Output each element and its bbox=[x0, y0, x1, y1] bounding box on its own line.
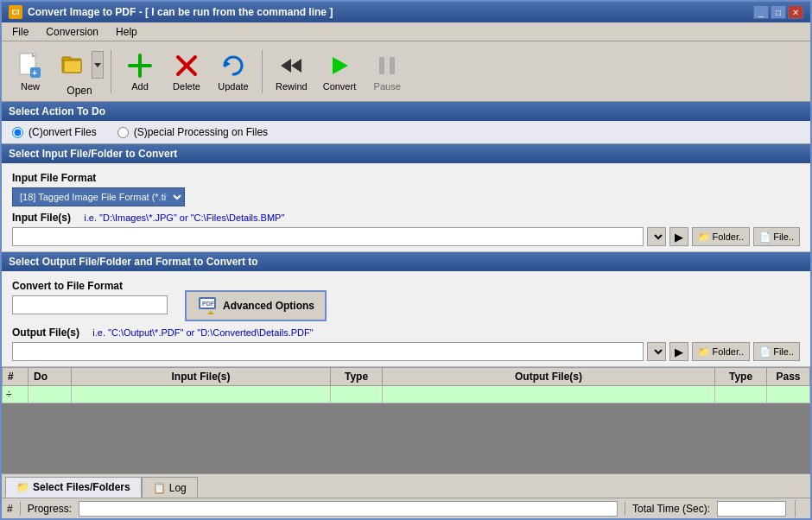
cell-input bbox=[72, 386, 331, 403]
status-resize-grip bbox=[795, 500, 805, 517]
new-icon: + bbox=[16, 52, 44, 79]
status-total-time-label: Total Time (Sec): bbox=[632, 503, 710, 515]
rewind-icon bbox=[277, 52, 305, 79]
input-files-hint: i.e. "D:\Images\*.JPG" or "C:\Files\Deta… bbox=[84, 212, 284, 223]
output-files-label: Output File(s) i.e. "C:\Output\*.PDF" or… bbox=[12, 327, 800, 339]
open-icon bbox=[60, 51, 87, 79]
rewind-button[interactable]: Rewind bbox=[270, 48, 314, 96]
input-section: Select Input File/Folder to Convert Inpu… bbox=[2, 144, 810, 252]
table-header-row: # Do Input File(s) Type Output File(s) T… bbox=[3, 368, 810, 386]
cell-type-out bbox=[715, 386, 767, 403]
file-table-area: # Do Input File(s) Type Output File(s) T… bbox=[2, 367, 810, 473]
status-total-time-input[interactable] bbox=[717, 501, 786, 517]
pause-label: Pause bbox=[374, 81, 401, 92]
delete-icon bbox=[173, 52, 200, 79]
log-tab-icon: 📋 bbox=[153, 482, 166, 494]
output-files-dropdown[interactable] bbox=[647, 342, 666, 361]
output-section-body: Convert to File Format [100] Adobe (PDF)… bbox=[2, 271, 810, 367]
col-num: # bbox=[3, 368, 29, 386]
output-file-button[interactable]: 📄 File.. bbox=[753, 342, 800, 361]
convert-icon bbox=[326, 52, 353, 79]
input-files-dropdown[interactable] bbox=[647, 227, 666, 246]
input-format-select[interactable]: [18] Tagged Image File Format (*.tif) BM… bbox=[12, 187, 185, 206]
input-files-label: Input File(s) i.e. "D:\Images\*.JPG" or … bbox=[12, 212, 800, 224]
input-file-button[interactable]: 📄 File.. bbox=[753, 227, 800, 246]
output-files-field[interactable] bbox=[12, 342, 644, 361]
cell-pass bbox=[767, 386, 810, 403]
special-processing-label: (S)pecial Processing on Files bbox=[134, 126, 268, 138]
output-format-group: Convert to File Format [100] Adobe (PDF)… bbox=[12, 276, 168, 314]
status-sep-1 bbox=[20, 502, 21, 516]
tab-select-files[interactable]: 📁 Select Files/Folders bbox=[5, 477, 142, 498]
output-file-icon: 📄 bbox=[759, 346, 771, 358]
advanced-options-label: Advanced Options bbox=[223, 300, 314, 312]
convert-button[interactable]: Convert bbox=[317, 48, 363, 96]
maximize-button[interactable]: □ bbox=[771, 5, 786, 19]
menu-file[interactable]: File bbox=[5, 24, 35, 40]
svg-marker-13 bbox=[225, 60, 231, 67]
output-folder-button[interactable]: 📁 Folder.. bbox=[692, 342, 750, 361]
open-btn-row bbox=[55, 47, 104, 83]
convert-files-option[interactable]: (C)onvert Files bbox=[12, 126, 97, 138]
svg-text:PDF: PDF bbox=[202, 301, 215, 307]
output-files-row: ▶ 📁 Folder.. 📄 File.. bbox=[12, 342, 800, 361]
update-button[interactable]: Update bbox=[212, 48, 255, 96]
col-input: Input File(s) bbox=[72, 368, 331, 386]
status-progress-input[interactable] bbox=[79, 501, 618, 517]
svg-marker-8 bbox=[94, 63, 101, 67]
select-action-header: Select Action To Do bbox=[2, 102, 810, 121]
add-button[interactable]: Add bbox=[118, 48, 162, 96]
input-section-header: Select Input File/Folder to Convert bbox=[2, 144, 810, 163]
col-type-in: Type bbox=[331, 368, 383, 386]
input-files-play-btn[interactable]: ▶ bbox=[669, 227, 688, 246]
table-wrapper: # Do Input File(s) Type Output File(s) T… bbox=[2, 367, 810, 403]
menu-conversion[interactable]: Conversion bbox=[39, 24, 105, 40]
special-processing-option[interactable]: (S)pecial Processing on Files bbox=[117, 126, 268, 138]
input-files-field[interactable] bbox=[12, 227, 644, 246]
convert-files-radio[interactable] bbox=[12, 127, 23, 138]
special-processing-radio[interactable] bbox=[117, 127, 129, 138]
new-button[interactable]: + New bbox=[9, 48, 52, 96]
input-section-body: Input File Format [18] Tagged Image File… bbox=[2, 163, 810, 252]
pause-button[interactable]: Pause bbox=[365, 48, 409, 96]
output-format-select[interactable]: [100] Adobe (PDF) [101] PostScript (PS) … bbox=[12, 295, 168, 314]
output-format-label: Convert to File Format bbox=[12, 280, 168, 292]
tab-log[interactable]: 📋 Log bbox=[142, 477, 198, 498]
output-top: Convert to File Format [100] Adobe (PDF)… bbox=[12, 276, 800, 321]
content-area: Select Action To Do (C)onvert Files (S)p… bbox=[2, 102, 810, 473]
delete-label: Delete bbox=[173, 81, 200, 92]
toolbar-separator-1 bbox=[111, 50, 111, 93]
open-button[interactable] bbox=[55, 47, 92, 83]
cell-output bbox=[383, 386, 715, 403]
svg-rect-6 bbox=[62, 57, 71, 60]
rewind-label: Rewind bbox=[276, 81, 308, 92]
open-dropdown-arrow[interactable] bbox=[92, 51, 104, 79]
status-hash: # bbox=[7, 503, 13, 515]
input-format-combo[interactable]: [18] Tagged Image File Format (*.tif) BM… bbox=[12, 187, 800, 206]
output-folder-icon: 📁 bbox=[698, 346, 710, 358]
title-bar-controls: _ □ ✕ bbox=[753, 5, 803, 19]
output-format-combo[interactable]: [100] Adobe (PDF) [101] PostScript (PS) … bbox=[12, 295, 168, 314]
menu-bar: File Conversion Help bbox=[2, 22, 810, 41]
menu-help[interactable]: Help bbox=[109, 24, 144, 40]
update-icon bbox=[219, 52, 247, 79]
delete-button[interactable]: Delete bbox=[165, 48, 208, 96]
close-button[interactable]: ✕ bbox=[788, 5, 803, 19]
input-folder-button[interactable]: 📁 Folder.. bbox=[692, 227, 750, 246]
folder-icon: 📁 bbox=[698, 231, 710, 243]
file-table: # Do Input File(s) Type Output File(s) T… bbox=[2, 367, 810, 403]
open-label: Open bbox=[67, 85, 92, 97]
advanced-options-button[interactable]: PDF Advanced Options bbox=[185, 290, 327, 321]
files-tab-label: Select Files/Folders bbox=[33, 481, 130, 493]
output-files-hint: i.e. "C:\Output\*.PDF" or "D:\Converted\… bbox=[92, 327, 313, 338]
table-row: ÷ bbox=[3, 386, 810, 403]
window-title: Convert Image to PDF - [ I can be run fr… bbox=[28, 6, 333, 18]
title-bar: CI Convert Image to PDF - [ I can be run… bbox=[2, 2, 810, 22]
svg-marker-16 bbox=[333, 57, 348, 74]
output-files-play-btn[interactable]: ▶ bbox=[669, 342, 688, 361]
status-sep-2 bbox=[625, 502, 625, 516]
app-icon: CI bbox=[9, 5, 22, 19]
status-bar: # Progress: Total Time (Sec): bbox=[2, 498, 810, 518]
minimize-button[interactable]: _ bbox=[753, 5, 769, 19]
convert-label: Convert bbox=[323, 81, 357, 92]
